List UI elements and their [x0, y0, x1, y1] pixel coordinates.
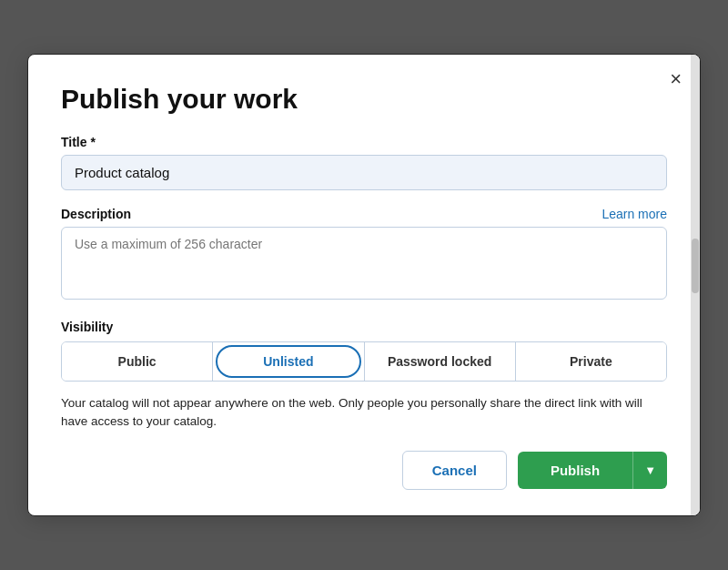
- visibility-description: Your catalog will not appear anywhere on…: [61, 394, 667, 432]
- title-input[interactable]: [61, 155, 667, 190]
- visibility-private[interactable]: Private: [516, 342, 666, 381]
- description-header: Description Learn more: [61, 207, 667, 221]
- title-label: Title *: [61, 135, 667, 149]
- publish-dropdown-button[interactable]: ▼: [632, 452, 667, 489]
- visibility-unlisted[interactable]: Unlisted: [213, 342, 364, 381]
- dialog-overlay: × Publish your work Title * Description …: [0, 0, 728, 570]
- desc-label: Description: [61, 207, 131, 221]
- publish-dialog: × Publish your work Title * Description …: [27, 54, 701, 517]
- dialog-title: Publish your work: [61, 84, 667, 115]
- visibility-label: Visibility: [61, 320, 667, 334]
- chevron-down-icon: ▼: [644, 463, 656, 477]
- visibility-options: Public Unlisted Password locked Private: [61, 341, 667, 382]
- close-button[interactable]: ×: [670, 69, 682, 89]
- scrollbar[interactable]: [691, 55, 700, 516]
- publish-group: Publish ▼: [518, 452, 667, 489]
- cancel-button[interactable]: Cancel: [402, 451, 507, 490]
- learn-more-link[interactable]: Learn more: [602, 207, 667, 221]
- publish-button[interactable]: Publish: [518, 452, 632, 489]
- visibility-public[interactable]: Public: [62, 342, 213, 381]
- visibility-password-locked[interactable]: Password locked: [365, 342, 516, 381]
- description-input[interactable]: [61, 227, 667, 300]
- action-row: Cancel Publish ▼: [61, 451, 667, 490]
- scrollbar-thumb: [692, 239, 699, 293]
